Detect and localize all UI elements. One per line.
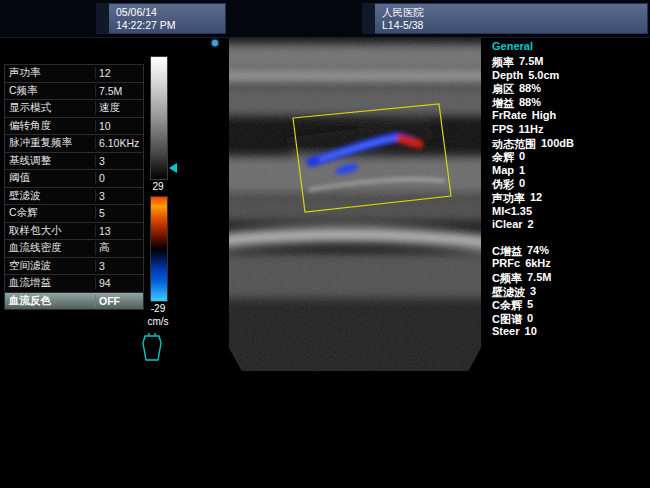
info-label: PRFc <box>492 257 520 271</box>
info-label: 扇区 <box>492 82 514 96</box>
velocity-scale-min: -29 <box>146 303 170 314</box>
info-label: MI<1.35 <box>492 205 532 219</box>
info-label: 频率 <box>492 55 514 69</box>
parameter-row[interactable]: 血流增益 94 <box>4 275 144 293</box>
parameter-row[interactable]: 偏转角度 10 <box>4 118 144 136</box>
info-label: 声功率 <box>492 191 525 205</box>
parameter-label: 脉冲重复频率 <box>5 136 95 150</box>
parameter-row[interactable]: 阈值 0 <box>4 170 144 188</box>
info-line: C增益 74% <box>492 244 648 258</box>
info-value: 12 <box>530 191 542 205</box>
ultrasound-image[interactable] <box>229 38 481 371</box>
info-value: 3 <box>530 285 536 299</box>
parameter-value: 3 <box>95 155 143 167</box>
parameter-value: 3 <box>95 260 143 272</box>
info-value: 11Hz <box>518 123 543 137</box>
info-value: 7.5M <box>527 271 551 285</box>
info-value: 0 <box>519 150 525 164</box>
parameter-label: 血流线密度 <box>5 241 95 255</box>
parameter-label: 取样包大小 <box>5 224 95 238</box>
baseline-marker-icon <box>169 163 177 173</box>
filmstrip: ‹ × × × × × × × × › <box>0 398 650 478</box>
info-value: 100dB <box>541 137 574 151</box>
info-label: Map <box>492 164 514 178</box>
parameter-row[interactable]: 显示模式 速度 <box>4 100 144 118</box>
parameter-value: 3 <box>95 190 143 202</box>
parameter-value: 94 <box>95 277 143 289</box>
info-line: PRFc 6kHz <box>492 257 648 271</box>
info-line: 余辉 0 <box>492 150 648 164</box>
parameter-row[interactable]: 血流反色 OFF <box>4 293 144 311</box>
parameter-table: 声功率 12 C频率 7.5M 显示模式 速度 偏转角度 10 脉冲重复频率 6… <box>4 64 144 310</box>
parameter-row[interactable]: 壁滤波 3 <box>4 188 144 206</box>
parameter-row[interactable]: 基线调整 3 <box>4 153 144 171</box>
info-line: Map 1 <box>492 164 648 178</box>
parameter-label: C余辉 <box>5 206 95 220</box>
ultrasound-console-screen: 05/06/14 14:22:27 PM 人民医院 L14-5/38 声功率 1… <box>0 0 650 488</box>
parameter-label: 血流反色 <box>5 294 95 308</box>
info-value: 88% <box>519 96 541 110</box>
parameter-value: 13 <box>95 225 143 237</box>
info-line: C频率 7.5M <box>492 271 648 285</box>
exam-time: 14:22:27 PM <box>116 19 176 31</box>
info-group-gap <box>492 232 648 244</box>
info-line: Steer 10 <box>492 325 648 339</box>
info-value: High <box>532 109 556 123</box>
info-line: 动态范围 100dB <box>492 137 648 151</box>
parameter-label: 偏转角度 <box>5 119 95 133</box>
info-label: 余辉 <box>492 150 514 164</box>
parameter-row[interactable]: 空间滤波 3 <box>4 258 144 276</box>
parameter-value: 5 <box>95 207 143 219</box>
parameter-row[interactable]: 脉冲重复频率 6.10KHz <box>4 135 144 153</box>
info-label: Depth <box>492 69 523 83</box>
info-line: MI<1.35 <box>492 205 648 219</box>
color-info-group: C增益 74% PRFc 6kHz C频率 7.5M 壁滤波 3 C余辉 5 C… <box>492 244 648 339</box>
parameter-label: 基线调整 <box>5 154 95 168</box>
preset-title: General <box>492 40 648 54</box>
info-value: 2 <box>528 218 534 232</box>
info-line: 增益 88% <box>492 96 648 110</box>
header-divider <box>362 3 375 34</box>
parameter-label: 壁滤波 <box>5 189 95 203</box>
parameter-row[interactable]: C余辉 5 <box>4 205 144 223</box>
parameter-label: 显示模式 <box>5 101 95 115</box>
top-bar: 05/06/14 14:22:27 PM 人民医院 L14-5/38 <box>0 0 650 38</box>
parameter-value: 12 <box>95 67 143 79</box>
info-label: C频率 <box>492 271 522 285</box>
imaging-info-panel: General 频率 7.5M Depth 5.0cm 扇区 88% 增益 88… <box>492 40 648 339</box>
body-marker-icon[interactable] <box>139 332 165 364</box>
info-line: Depth 5.0cm <box>492 69 648 83</box>
info-value: 5.0cm <box>528 69 559 83</box>
info-line: 声功率 12 <box>492 191 648 205</box>
parameter-value: 高 <box>95 241 143 255</box>
parameter-row[interactable]: 声功率 12 <box>4 64 144 83</box>
ultrasound-render <box>229 38 481 371</box>
info-line: C图谱 0 <box>492 312 648 326</box>
info-value: 0 <box>527 312 533 326</box>
info-label: Steer <box>492 325 520 339</box>
info-value: 88% <box>519 82 541 96</box>
info-label: iClear <box>492 218 523 232</box>
info-line: 伪彩 0 <box>492 177 648 191</box>
hospital-name: 人民医院 <box>382 6 424 18</box>
parameter-value: 10 <box>95 120 143 132</box>
velocity-unit-label: cm/s <box>143 316 173 327</box>
info-value: 74% <box>527 244 549 258</box>
info-label: 伪彩 <box>492 177 514 191</box>
parameter-value: 速度 <box>95 101 143 115</box>
parameter-value: 6.10KHz <box>95 137 143 149</box>
parameter-row[interactable]: 取样包大小 13 <box>4 223 144 241</box>
info-label: FrRate <box>492 109 527 123</box>
info-label: 动态范围 <box>492 137 536 151</box>
info-line: 壁滤波 3 <box>492 285 648 299</box>
info-value: 7.5M <box>519 55 543 69</box>
parameter-row[interactable]: 血流线密度 高 <box>4 240 144 258</box>
info-line: 频率 7.5M <box>492 55 648 69</box>
info-line: FPS 11Hz <box>492 123 648 137</box>
info-value: 1 <box>519 164 525 178</box>
parameter-label: 阈值 <box>5 171 95 185</box>
header-divider <box>96 3 109 34</box>
parameter-value: 7.5M <box>95 85 143 97</box>
parameter-value: OFF <box>95 295 143 307</box>
parameter-row[interactable]: C频率 7.5M <box>4 83 144 101</box>
